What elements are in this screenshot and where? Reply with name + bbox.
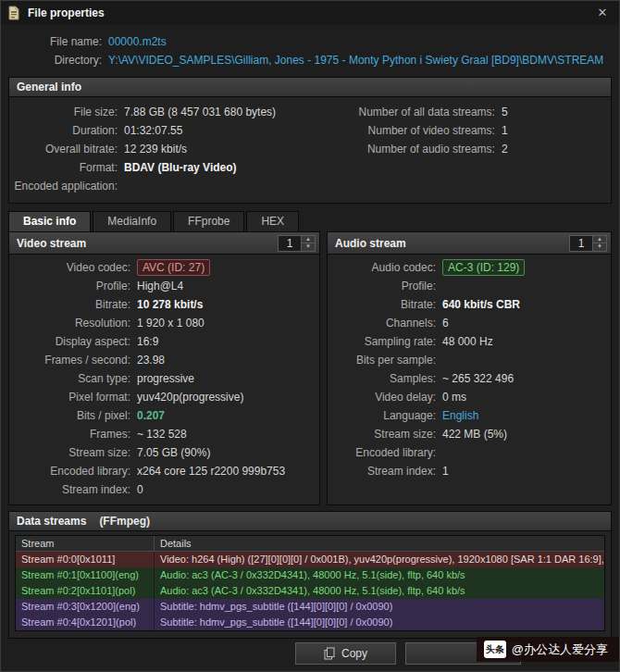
field-label: Encoded library: [15,462,137,480]
field-label: Channels: [333,314,442,332]
general-row: Number of audio streams: 2 [352,140,607,158]
video-row: Display aspect: 16:9 [15,332,314,351]
field-value: 1 920 x 1 080 [137,314,314,332]
field-value: 16:9 [137,332,314,351]
video-stream-body: Video codec: AVC (ID: 27) Profile: High@… [9,255,319,504]
audio-language-row: Language: English [333,406,605,425]
video-row: Scan type: progressive [15,369,314,388]
field-value [442,351,605,369]
spinner-buttons: ▲ ▼ [592,236,606,251]
field-label: Bitrate: [15,295,137,314]
field-label: Video codec: [15,258,137,277]
field-label: Format: [13,158,124,177]
data-streams-group: Data streams (FFmpeg) Stream Details Str… [8,511,612,639]
video-row: Stream index: 0 [15,480,314,499]
dialog-title: File properties [28,6,591,19]
general-info-header: General info [9,78,611,97]
field-label: Profile: [15,277,137,295]
tab-ffprobe[interactable]: FFprobe [173,211,244,231]
close-button[interactable]: ✕ [591,4,614,22]
spinner-up-icon[interactable]: ▲ [302,236,315,243]
field-value: ~ 132 528 [137,425,314,443]
field-label: Sampling rate: [333,332,442,351]
field-label: Stream index: [15,480,137,499]
watermark-logo: 头条 [484,641,506,658]
field-value: 23.98 [137,351,314,369]
spinner-up-icon[interactable]: ▲ [593,236,606,243]
field-value: 7.05 GB (90%) [137,443,314,462]
details-cell: Subtitle: hdmv_pgs_subtitle ([144][0][0]… [155,615,604,630]
field-value: BDAV (Blu-ray Video) [124,158,352,177]
field-value: 422 MB (5%) [442,425,605,443]
video-stream-panel: Video stream 1 ▲ ▼ Video codec: AVC (ID:… [8,231,320,505]
field-value [442,277,605,295]
audio-row: Encoded library: [333,443,605,462]
general-info-left-column: File size: 7.88 GB (8 457 031 680 bytes)… [13,103,352,195]
general-info-right-column: Number of all data streams: 5 Number of … [352,103,607,195]
tab-basic-info[interactable]: Basic info [8,211,91,231]
general-info-body: File size: 7.88 GB (8 457 031 680 bytes)… [9,97,611,203]
tab-hex[interactable]: HEX [246,211,299,231]
data-streams-table: Stream Details Stream #0:0[0x1011] Video… [15,535,605,631]
field-label: Video delay: [333,388,442,406]
video-row: Bits / pixel: 0.207 [15,406,314,425]
video-row: Profile: High@L4 [15,277,314,295]
table-row[interactable]: Stream #0:4[0x1201](pol) Subtitle: hdmv_… [16,615,604,630]
field-value [442,443,605,462]
video-row: Stream size: 7.05 GB (90%) [15,443,314,462]
video-stream-number-spinner[interactable]: 1 ▲ ▼ [278,235,316,252]
titlebar: File properties ✕ [1,1,619,25]
table-row[interactable]: Stream #0:3[0x1200](eng) Subtitle: hdmv_… [16,599,604,615]
stream-cell: Stream #0:0[0x1011] [16,552,155,567]
file-name-value[interactable]: 00000.m2ts [108,32,612,51]
table-row[interactable]: Stream #0:1[0x1100](eng) Audio: ac3 (AC-… [16,567,604,583]
field-label: File size: [13,103,124,121]
audio-row: Sampling rate: 48 000 Hz [333,332,605,351]
audio-codec-row: Audio codec: AC-3 (ID: 129) [333,258,605,277]
spinner-down-icon[interactable]: ▼ [593,243,606,251]
field-value: 01:32:07.55 [124,121,352,140]
field-value: progressive [137,369,314,388]
language-link[interactable]: English [442,406,605,425]
audio-row: Stream size: 422 MB (5%) [333,425,605,443]
copy-icon [324,647,335,660]
audio-stream-number-spinner[interactable]: 1 ▲ ▼ [569,235,607,252]
table-row[interactable]: Stream #0:2[0x1101](pol) Audio: ac3 (AC-… [16,583,604,599]
field-value: 1 [442,462,605,480]
file-meta: File name: 00000.m2ts Directory: Y:\AV\V… [1,25,619,71]
field-label: Audio codec: [333,258,442,277]
field-label: Bits / pixel: [15,406,137,425]
copy-button-label: Copy [341,647,367,660]
video-codec-badge: AVC (ID: 27) [137,259,210,276]
video-row: Frames / second: 23.98 [15,351,314,369]
general-row: Number of video streams: 1 [352,121,607,140]
audio-codec-badge: AC-3 (ID: 129) [442,259,525,276]
data-streams-title: Data streams [17,515,86,528]
column-header-stream: Stream [16,536,155,551]
field-label: Number of all data streams: [352,103,502,121]
stream-cell: Stream #0:1[0x1100](eng) [16,567,155,583]
audio-stream-panel: Audio stream 1 ▲ ▼ Audio codec: AC-3 (ID… [327,231,612,505]
tab-mediainfo[interactable]: MediaInfo [93,211,171,231]
audio-row: Samples: ~ 265 322 496 [333,369,605,388]
field-value [124,177,352,195]
audio-row: Profile: [333,277,605,295]
general-info-group: General info File size: 7.88 GB (8 457 0… [8,77,612,204]
file-properties-icon [6,6,21,20]
data-streams-header: Data streams (FFmpeg) [9,512,611,531]
field-value: x264 core 125 r2200 999b753 [137,462,314,480]
copy-button[interactable]: Copy [295,642,396,665]
field-value: ~ 265 322 496 [442,369,605,388]
stream-panels: Video stream 1 ▲ ▼ Video codec: AVC (ID:… [8,231,612,505]
table-row[interactable]: Stream #0:0[0x1011] Video: h264 (High) (… [16,552,604,567]
details-cell: Subtitle: hdmv_pgs_subtitle ([144][0][0]… [155,599,604,615]
field-label: Stream size: [333,425,442,443]
details-cell: Video: h264 (High) ([27][0][0][0] / 0x00… [155,552,604,567]
audio-row: Video delay: 0 ms [333,388,605,406]
field-value: 2 [502,140,607,158]
directory-value[interactable]: Y:\AV\VIDEO_SAMPLES\Gilliam, Jones - 197… [108,51,612,69]
tab-bar: Basic info MediaInfo FFprobe HEX [8,211,612,231]
video-row: Resolution: 1 920 x 1 080 [15,314,314,332]
spinner-down-icon[interactable]: ▼ [302,243,315,251]
video-row: Pixel format: yuv420p(progressive) [15,388,314,406]
